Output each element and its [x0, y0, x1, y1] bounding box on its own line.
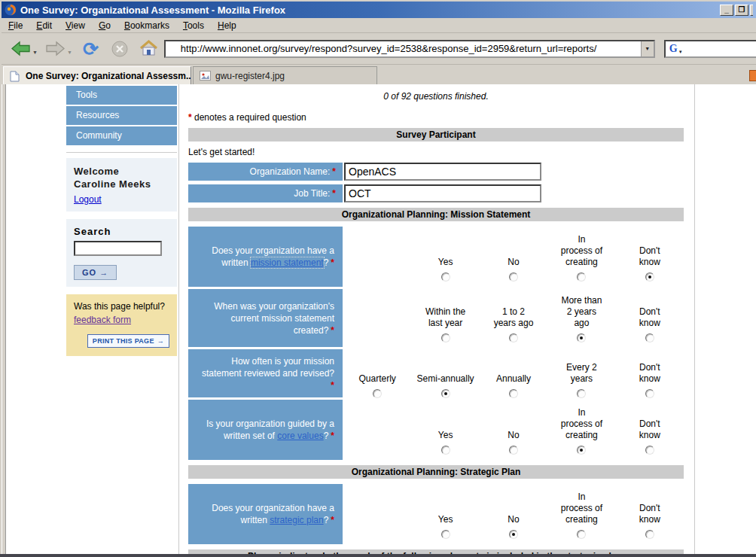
intro-text: Let's get started!: [188, 147, 684, 157]
menu-help[interactable]: Help: [211, 19, 243, 32]
print-button-label: PRINT THIS PAGE: [93, 337, 154, 345]
question-text: Does your organization have a written st…: [197, 502, 334, 526]
search-engine-dropdown-icon[interactable]: ▼: [678, 50, 683, 54]
radio-button[interactable]: [645, 446, 654, 455]
option: More than 2 years ago: [547, 294, 615, 342]
question-text-post: ?: [324, 515, 329, 525]
question-term-link[interactable]: strategic plan: [270, 515, 323, 525]
menu-view[interactable]: View: [59, 19, 92, 32]
sidebar-item-tools[interactable]: Tools: [66, 86, 177, 105]
radio-button-selected[interactable]: [577, 333, 586, 342]
search-panel: Search GO→: [66, 219, 177, 287]
radio-button[interactable]: [441, 446, 450, 455]
minimize-button[interactable]: _: [720, 5, 733, 16]
radio-button-selected[interactable]: [509, 530, 518, 539]
menu-bookmarks[interactable]: Bookmarks: [117, 19, 176, 32]
radio-button[interactable]: [441, 272, 450, 282]
question-text-post: ?: [324, 257, 329, 268]
tab-bar-overflow-icon[interactable]: [749, 70, 756, 81]
required-asterisk: *: [332, 166, 336, 177]
go-button[interactable]: GO→: [74, 265, 117, 280]
option: Annually: [480, 349, 547, 398]
organization-name-input[interactable]: [344, 163, 541, 181]
question-text-post: ?: [324, 431, 329, 441]
maximize-button[interactable]: ❒: [735, 5, 748, 16]
sidebar-item-resources[interactable]: Resources: [66, 106, 177, 125]
logout-link[interactable]: Logout: [74, 194, 102, 205]
back-button[interactable]: [11, 40, 31, 57]
radio-button[interactable]: [373, 389, 382, 398]
sidebar-item-community[interactable]: Community: [66, 126, 177, 145]
url-input[interactable]: [166, 42, 641, 56]
tab-1[interactable]: One Survey: Organizational Assessm...: [3, 66, 191, 84]
question-term-link[interactable]: mission statement: [251, 257, 324, 268]
menu-go[interactable]: Go: [92, 19, 117, 32]
stop-button[interactable]: [111, 40, 129, 58]
feedback-form-link[interactable]: feedback form: [74, 315, 131, 325]
radio-button-selected[interactable]: [645, 272, 654, 282]
option-label: No: [508, 406, 519, 441]
required-asterisk: *: [331, 257, 334, 268]
radio-button[interactable]: [441, 530, 450, 539]
organization-name-label: Organization Name:*: [188, 163, 343, 181]
url-dropdown-button[interactable]: ▼: [641, 41, 654, 56]
radio-button[interactable]: [645, 389, 654, 398]
option-label: Don't know: [639, 406, 660, 441]
question-label: Does your organization have a written mi…: [188, 227, 343, 287]
option: No: [480, 406, 547, 455]
home-button[interactable]: [139, 40, 158, 57]
required-asterisk: *: [331, 431, 334, 441]
radio-button[interactable]: [577, 530, 586, 539]
menu-edit[interactable]: Edit: [29, 19, 59, 32]
print-page-button[interactable]: PRINT THIS PAGE→: [87, 334, 169, 348]
required-note: * denotes a required question: [188, 112, 684, 123]
radio-button[interactable]: [577, 389, 586, 398]
radio-button-selected[interactable]: [577, 446, 586, 455]
search-input[interactable]: [74, 241, 162, 256]
welcome-label: Welcome: [74, 165, 169, 178]
radio-button[interactable]: [645, 333, 654, 342]
menu-file[interactable]: File: [2, 19, 29, 32]
option-label: 1 to 2 years ago: [494, 294, 534, 329]
option: Yes: [411, 233, 479, 282]
radio-button[interactable]: [645, 530, 654, 539]
question-label: Does your organization have a written st…: [188, 484, 343, 544]
reload-button[interactable]: ⟳: [83, 40, 99, 58]
radio-button[interactable]: [509, 446, 518, 455]
forward-button[interactable]: [45, 40, 66, 57]
user-name: Caroline Meeks: [74, 178, 169, 190]
option-label: More than 2 years ago: [561, 294, 602, 329]
required-note-text: denotes a required question: [192, 112, 306, 123]
option-label: Don't know: [639, 349, 660, 385]
tab-2[interactable]: gwu-register4.jpg: [193, 66, 377, 84]
radio-button[interactable]: [509, 333, 518, 342]
google-icon[interactable]: G: [669, 43, 678, 55]
web-search-input[interactable]: [685, 44, 756, 54]
option-label: Don't know: [639, 294, 660, 329]
option: 1 to 2 years ago: [480, 294, 547, 342]
firefox-icon: [5, 4, 17, 16]
close-button[interactable]: [750, 5, 753, 16]
search-label: Search: [74, 226, 169, 237]
survey-form: 0 of 92 questions finished. * denotes a …: [188, 84, 684, 554]
back-dropdown-icon[interactable]: ▼: [32, 50, 38, 55]
question-row: How often is your mission statement revi…: [188, 349, 684, 397]
forward-dropdown-icon[interactable]: ▼: [67, 50, 72, 55]
organization-name-row: Organization Name:*: [188, 163, 684, 181]
radio-button[interactable]: [509, 389, 518, 398]
option-label: In process of creating: [561, 406, 602, 441]
option-label: Don't know: [639, 490, 660, 525]
menu-tools[interactable]: Tools: [176, 19, 211, 32]
radio-button[interactable]: [509, 272, 518, 282]
progress-text: 0 of 92 questions finished.: [188, 91, 684, 102]
radio-button-selected[interactable]: [441, 389, 450, 398]
question-term-link[interactable]: core values: [277, 431, 323, 441]
radio-button[interactable]: [577, 272, 586, 282]
question-row: Does your organization have a written st…: [188, 484, 684, 544]
required-asterisk: *: [331, 380, 334, 391]
radio-button[interactable]: [441, 333, 450, 342]
organization-name-label-text: Organization Name:: [250, 166, 331, 177]
right-arrow-icon: →: [157, 337, 164, 345]
page-content: ToolsResourcesCommunity Welcome Caroline…: [0, 84, 756, 554]
job-title-input[interactable]: [344, 184, 541, 202]
